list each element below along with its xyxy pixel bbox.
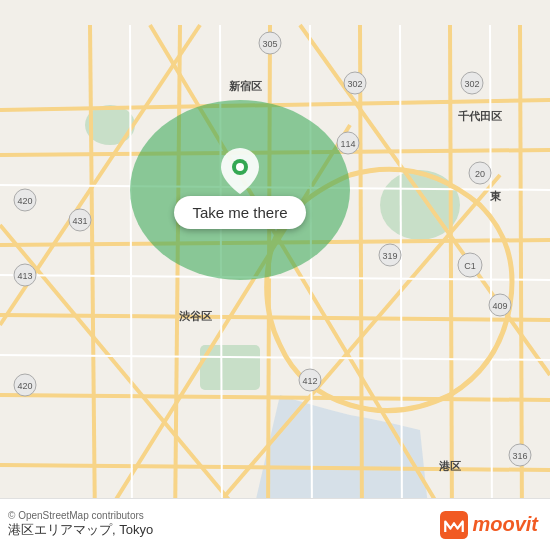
bottom-left-info: © OpenStreetMap contributors 港区エリアマップ, T… [8,510,153,539]
svg-text:316: 316 [512,451,527,461]
bottom-bar: © OpenStreetMap contributors 港区エリアマップ, T… [0,498,550,550]
svg-point-64 [236,163,244,171]
moovit-icon [440,511,468,539]
svg-text:420: 420 [17,196,32,206]
svg-text:新宿区: 新宿区 [229,80,262,92]
svg-text:東: 東 [490,190,502,202]
svg-text:C1: C1 [464,261,476,271]
moovit-brand-text: moovit [472,513,538,536]
svg-text:409: 409 [492,301,507,311]
svg-text:319: 319 [382,251,397,261]
svg-line-13 [360,25,362,525]
location-title: 港区エリアマップ, Tokyo [8,521,153,539]
svg-text:302: 302 [347,79,362,89]
svg-text:渋谷区: 渋谷区 [179,310,212,322]
take-me-there-button[interactable]: Take me there [174,196,305,229]
svg-text:千代田区: 千代田区 [458,110,502,122]
svg-text:305: 305 [262,39,277,49]
highlight-overlay: Take me there [130,100,350,280]
svg-text:302: 302 [464,79,479,89]
map-container: 305 302 302 420 431 114 20 319 413 C1 40… [0,0,550,550]
svg-text:412: 412 [302,376,317,386]
svg-text:420: 420 [17,381,32,391]
attribution-text: © OpenStreetMap contributors [8,510,153,521]
svg-text:114: 114 [340,139,355,149]
svg-text:431: 431 [72,216,87,226]
svg-text:413: 413 [17,271,32,281]
location-pin-icon [221,152,259,190]
svg-line-14 [450,25,452,525]
svg-text:20: 20 [475,169,485,179]
svg-text:港区: 港区 [439,460,461,472]
moovit-logo: moovit [440,511,538,539]
